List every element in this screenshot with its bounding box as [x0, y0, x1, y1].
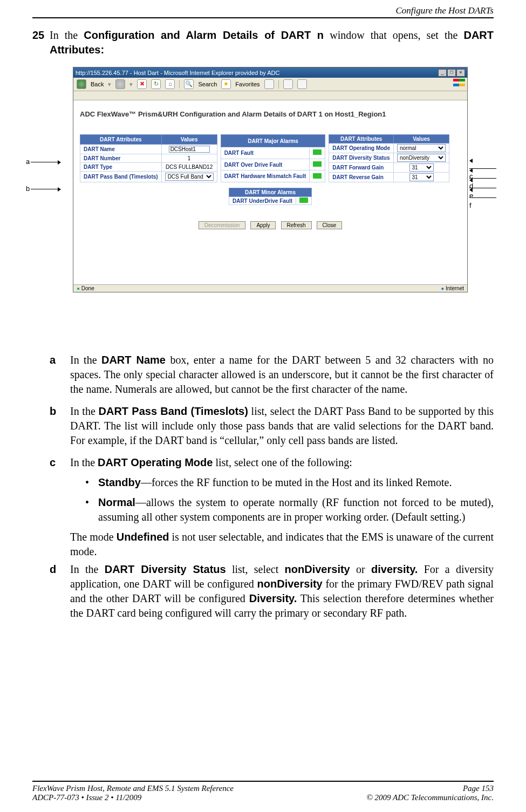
footer-copyright: © 2009 ADC Telecommunications, Inc.	[366, 793, 494, 802]
address-bar	[73, 91, 467, 100]
step-25: 25 In the Configuration and Alarm Detail…	[32, 28, 494, 57]
back-icon[interactable]	[77, 79, 86, 89]
led-icon	[313, 149, 322, 155]
dart-minor-alarms: DART Minor Alarms DART UnderDrive Fault	[229, 188, 312, 205]
label: DART UnderDrive Fault	[229, 197, 296, 205]
close-button-page[interactable]: Close	[317, 221, 343, 229]
label: DART Reverse Gain	[329, 173, 394, 182]
search-label[interactable]: Search	[198, 81, 217, 87]
statusbar: ● Done ● Internet	[73, 284, 467, 292]
letter: c	[50, 455, 70, 559]
sub-a: a In the DART Name box, enter a name for…	[50, 353, 494, 397]
browser-window: http://155.226.45.77 - Host Dart - Micro…	[73, 67, 468, 292]
button-row: Decommission Apply Refresh Close	[80, 221, 461, 229]
footer-rule	[32, 781, 494, 782]
running-header: Configure the Host DARTs	[32, 0, 494, 17]
print-icon[interactable]	[297, 79, 307, 89]
screenshot-figure: a b c d e f http://155.226.45.77 - Host …	[32, 67, 494, 337]
callout-b: b	[26, 185, 61, 193]
footer-doc-id: ADCP-77-073 • Issue 2 • 11/2009	[32, 793, 141, 802]
led-icon	[313, 173, 322, 179]
dart-passband-select[interactable]: DCS Full Band (12)	[165, 173, 214, 181]
bullet-icon: •	[85, 475, 98, 490]
mail-icon[interactable]	[283, 79, 293, 89]
operating-mode-select[interactable]: normal	[397, 144, 446, 152]
maximize-button[interactable]: □	[447, 69, 456, 77]
dart-name-input[interactable]	[169, 146, 210, 153]
window-titlebar: http://155.226.45.77 - Host Dart - Micro…	[73, 67, 467, 78]
bullet-list: • Standby—forces the RF function to be m…	[85, 475, 494, 524]
refresh-icon[interactable]: ↻	[151, 79, 161, 89]
bullet-icon: •	[85, 495, 98, 524]
apply-button[interactable]: Apply	[250, 221, 276, 229]
label: DART Pass Band (Timeslots)	[80, 171, 162, 182]
th: Values	[161, 135, 217, 145]
browser-toolbar: Back ▾ ▾ ✖ ↻ ⌂ 🔍 Search ★ Favorites	[73, 78, 467, 91]
label: DART Hardware Mismatch Fault	[221, 170, 310, 182]
decommission-button[interactable]: Decommission	[199, 221, 246, 229]
led-icon	[299, 197, 308, 203]
th: DART Minor Alarms	[229, 188, 311, 197]
forward-gain-select[interactable]: 31	[409, 163, 434, 172]
dart-attributes-left: DART AttributesValues DART Name DART Num…	[80, 134, 217, 182]
refresh-button[interactable]: Refresh	[281, 221, 312, 229]
footer-page-number: Page 153	[463, 784, 494, 793]
page-content: ADC FlexWave™ Prism&URH Configuration an…	[73, 100, 467, 284]
page-title: ADC FlexWave™ Prism&URH Configuration an…	[80, 110, 461, 118]
label: DART Fault	[221, 147, 310, 159]
body: In the DART Operating Mode list, select …	[70, 455, 494, 559]
value: DCS FULLBAND12	[161, 162, 217, 171]
bullet-normal: • Normal—allows the system to operate no…	[85, 495, 494, 524]
zone-text: Internet	[446, 285, 464, 291]
led-icon	[313, 161, 322, 167]
reverse-gain-select[interactable]: 31	[409, 173, 434, 181]
label: DART Diversity Status	[329, 153, 394, 163]
callout-a: a	[26, 158, 61, 166]
diversity-select[interactable]: nonDiversity	[397, 154, 446, 162]
header-rule	[32, 17, 494, 18]
panels-row: DART AttributesValues DART Name DART Num…	[80, 134, 461, 182]
stop-icon[interactable]: ✖	[137, 79, 147, 89]
text-bold: Configuration and Alarm Details of DART …	[84, 29, 324, 41]
text: window that opens, set the	[324, 29, 463, 41]
sub-d: d In the DART Diversity Status list, sel…	[50, 562, 494, 620]
favorites-icon[interactable]: ★	[221, 79, 231, 89]
search-icon-tb[interactable]: 🔍	[184, 79, 194, 89]
dart-attributes-right: DART AttributesValues DART Operating Mod…	[329, 134, 449, 182]
step-number: 25	[32, 28, 50, 57]
forward-icon[interactable]	[115, 79, 125, 89]
close-button[interactable]: ×	[456, 69, 465, 77]
th: DART Attributes	[80, 135, 162, 145]
sub-b: b In the DART Pass Band (Timeslots) list…	[50, 404, 494, 448]
window-title: http://155.226.45.77 - Host Dart - Micro…	[76, 70, 279, 76]
internet-zone-icon: ●	[441, 285, 444, 291]
label: DART Name	[80, 145, 162, 154]
label: DART Type	[80, 162, 162, 171]
th: DART Attributes	[329, 135, 394, 144]
body: In the DART Pass Band (Timeslots) list, …	[70, 404, 494, 448]
home-icon[interactable]: ⌂	[165, 79, 175, 89]
letter: a	[50, 353, 70, 397]
favorites-label[interactable]: Favorites	[235, 81, 259, 87]
sub-list: a In the DART Name box, enter a name for…	[32, 353, 494, 620]
step-body: In the Configuration and Alarm Details o…	[50, 28, 494, 57]
body: In the DART Name box, enter a name for t…	[70, 353, 494, 397]
callout-f: f	[469, 185, 497, 209]
history-icon[interactable]	[264, 79, 274, 89]
page-footer: FlexWave Prism Host, Remote and EMS 5.1 …	[32, 781, 494, 802]
footer-doc-title: FlexWave Prism Host, Remote and EMS 5.1 …	[32, 784, 234, 793]
th: DART Major Alarms	[221, 135, 325, 147]
letter: b	[50, 404, 70, 448]
value: 1	[161, 154, 217, 163]
text: In the	[50, 29, 84, 41]
back-label[interactable]: Back	[91, 81, 104, 87]
body: In the DART Diversity Status list, selec…	[70, 562, 494, 620]
label: DART Over Drive Fault	[221, 159, 310, 170]
minor-alarms-wrap: DART Minor Alarms DART UnderDrive Fault	[80, 188, 461, 205]
label: DART Operating Mode	[329, 144, 394, 153]
dart-major-alarms: DART Major Alarms DART Fault DART Over D…	[221, 134, 326, 182]
status-text: Done	[81, 285, 94, 291]
sub-c: c In the DART Operating Mode list, selec…	[50, 455, 494, 559]
minimize-button[interactable]: _	[438, 69, 447, 77]
label: DART Number	[80, 154, 162, 163]
